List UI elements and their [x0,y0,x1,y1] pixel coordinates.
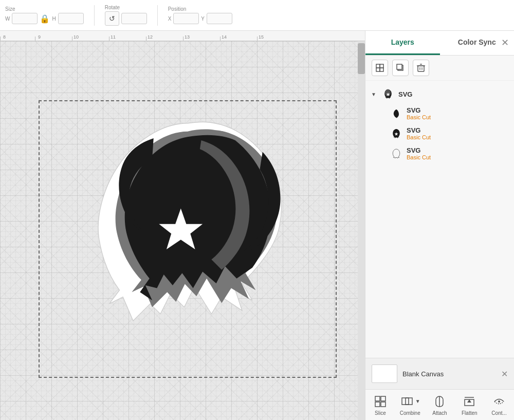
attach-label: Attach [432,410,447,416]
child-2-type: Basic Cut [407,134,431,140]
ruler-top: 8 9 10 11 12 13 14 15 [0,31,365,41]
slice-tool[interactable]: Slice [368,394,393,416]
ruler-line [183,36,183,41]
cont-tool[interactable]: Cont... [487,394,511,416]
combine-label: Combine [400,410,420,416]
position-group: Position X Y [168,6,232,24]
child-1-type: Basic Cut [407,114,431,120]
child-1-icon [390,107,402,120]
attach-tool[interactable]: Attach [427,394,452,416]
layer-root[interactable]: ▼ SVG [365,85,514,103]
expand-icon[interactable]: ▼ [370,90,378,98]
panel-toolbar [365,56,514,81]
main-area: 8 9 10 11 12 13 14 15 [0,31,514,420]
svg-point-23 [498,400,500,403]
blank-canvas-item[interactable]: Blank Canvas ✕ [372,364,508,383]
root-layer-name: SVG [398,90,412,98]
blank-canvas-thumb [372,364,397,383]
child-2-info: SVG Basic Cut [407,126,431,140]
ruler-line [220,36,221,41]
layer-child-3[interactable]: SVG Basic Cut [365,143,514,163]
bottom-toolbar: Slice ▼ Combine [365,389,514,420]
cont-label: Cont... [491,410,506,416]
duplicate-btn[interactable] [392,60,409,76]
layer-child-1[interactable]: SVG Basic Cut [365,103,514,123]
group-btn[interactable] [372,60,388,76]
position-label: Position [168,6,187,12]
child-1-name: SVG [407,106,431,114]
ruler-line [72,36,72,41]
x-input[interactable] [173,13,199,24]
main-toolbar: Size W 🔒 H Rotate ↺ Position X Y [0,0,514,31]
blank-canvas-label: Blank Canvas [402,370,444,378]
ruler-mark-13: 13 [185,34,190,40]
canvas-background [0,41,358,420]
child-3-icon [390,148,402,160]
rotate-group: Rotate ↺ [105,5,147,26]
ruler-line [257,36,258,41]
combine-tool[interactable]: ▼ Combine [398,394,423,416]
scrollbar-vertical[interactable] [358,41,365,420]
lock-icon: 🔒 [40,14,50,24]
child-2-icon [390,127,402,140]
ruler-mark-8: 8 [3,34,6,40]
tab-layers[interactable]: Layers [365,31,440,55]
panel-tabs: Layers Color Sync ✕ [365,31,514,56]
y-label: Y [201,16,205,22]
width-input[interactable] [12,13,38,24]
rotate-label: Rotate [105,5,120,10]
svg-rect-6 [397,64,402,69]
scrollbar-thumb[interactable] [358,43,365,74]
child-1-info: SVG Basic Cut [407,106,431,120]
combine-arrow[interactable]: ▼ [415,398,420,404]
divider-1 [94,5,95,26]
ruler-line [0,36,1,41]
rotate-btn[interactable]: ↺ [105,11,119,26]
delete-btn[interactable] [413,60,429,76]
blank-canvas-section: Blank Canvas ✕ [365,358,514,389]
combine-icon [400,394,414,409]
rotate-input[interactable] [121,13,147,24]
root-layer-icon [382,88,394,100]
slice-icon [373,394,388,409]
canvas-area[interactable]: 8 9 10 11 12 13 14 15 [0,31,365,420]
ruler-line [35,36,35,41]
attach-icon [432,394,447,409]
child-3-info: SVG Basic Cut [407,147,431,160]
divider-2 [157,5,158,26]
ruler-line [109,36,109,41]
svg-rect-7 [418,66,424,71]
flatten-tool[interactable]: Flatten [457,394,482,416]
svg-rect-4 [380,68,383,71]
x-label: X [168,16,172,22]
panel-close-icon[interactable]: ✕ [501,37,509,48]
flatten-icon [462,394,476,409]
svg-rect-15 [381,396,386,401]
svg-rect-16 [375,402,380,407]
child-3-type: Basic Cut [407,154,431,160]
design-logo[interactable] [41,103,334,375]
child-3-name: SVG [407,147,431,154]
layer-child-2[interactable]: SVG Basic Cut [365,123,514,143]
canvas-scroll[interactable] [0,41,358,420]
child-2-name: SVG [407,126,431,134]
ruler-mark-11: 11 [111,34,116,40]
right-panel: Layers Color Sync ✕ [365,31,514,420]
slice-label: Slice [375,410,386,416]
y-input[interactable] [207,13,232,24]
height-input[interactable] [58,13,84,24]
ruler-mark-9: 9 [38,34,41,40]
flatten-label: Flatten [462,410,478,416]
svg-rect-14 [375,396,380,401]
svg-rect-2 [380,64,383,68]
ruler-mark-14: 14 [222,34,227,40]
svg-rect-1 [376,64,380,68]
ruler-mark-12: 12 [148,34,153,40]
layers-list: ▼ SVG [365,81,514,358]
h-label: H [52,16,56,22]
ruler-line [146,36,146,41]
w-label: W [5,16,10,22]
size-label: Size [5,6,15,12]
blank-canvas-close-icon[interactable]: ✕ [501,369,508,379]
svg-rect-17 [381,402,386,407]
